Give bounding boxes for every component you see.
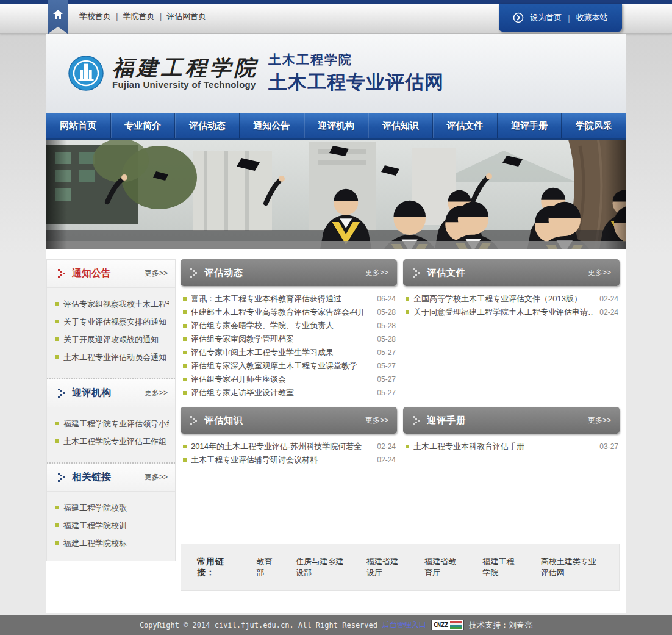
list-item[interactable]: 土木工程专业评估动员会通知: [55, 348, 169, 366]
bullet-icon: [183, 445, 187, 448]
item-date: 02-24: [599, 292, 618, 306]
item-date: 05-27: [377, 373, 396, 386]
list-item[interactable]: 关于开展迎评攻艰战的通知: [55, 331, 169, 348]
list-item[interactable]: 福建工程学院校歌: [55, 499, 169, 517]
list-item[interactable]: 土木工程学院专业评估工作组: [55, 432, 169, 450]
file-item[interactable]: 全国高等学校土木工程专业评估文件（2013版） 02-24: [406, 292, 618, 306]
bullet-icon: [183, 351, 187, 354]
link-school-home[interactable]: 学校首页: [74, 11, 116, 22]
list-item[interactable]: 福建工程学院专业评估领导小组: [55, 415, 169, 432]
sidebar-list: 福建工程学院专业评估领导小组 土木工程学院专业评估工作组: [47, 407, 175, 459]
panel-news: 评估动态 更多>> 喜讯：土木工程专业本科教育评估获得通过 06-24: [181, 259, 397, 407]
more-link[interactable]: 更多>>: [145, 472, 168, 483]
sidebar-section-title: 通知公告: [72, 267, 111, 280]
item-date: 05-28: [377, 306, 396, 319]
nav-item[interactable]: 网站首页: [46, 113, 110, 138]
news-item[interactable]: 评估组专家召开师生座谈会 05-27: [183, 373, 396, 386]
news-item[interactable]: 评估组专家走访毕业设计教室 05-27: [183, 386, 396, 400]
more-link[interactable]: 更多>>: [365, 268, 388, 278]
item-date: 05-28: [377, 319, 396, 332]
files-list: 全国高等学校土木工程专业评估文件（2013版） 02-24 关于同意受理福建工程…: [403, 286, 620, 319]
bullet-icon: [406, 297, 409, 301]
news-item[interactable]: 评估专家审阅土木工程专业学生学习成果 05-27: [183, 346, 396, 359]
bullet-icon: [183, 391, 187, 395]
bullet-icon: [183, 324, 187, 328]
bullet-icon: [55, 523, 59, 527]
panel-knowledge: 评估知识 更多>> 2014年的土木工程专业评估-苏州科技学院何若全 02-24: [181, 407, 397, 467]
quick-links-list: 教育部 住房与建乡建设部 福建省建设厅 福建省教育厅 福建工程学院 高校土建类专…: [236, 556, 603, 578]
handbook-list: 土木工程专业本科教育评估手册 03-27: [403, 434, 620, 453]
university-name-block: 福建工程学院 Fujian University of Technology: [112, 57, 259, 90]
panel-handbook: 迎评手册 更多>> 土木工程专业本科教育评估手册 03-27: [403, 407, 620, 467]
quick-link[interactable]: 高校土建类专业评估网: [541, 556, 603, 578]
item-date: 05-27: [377, 346, 396, 359]
sidebar-section-header: 迎评机构 更多>>: [47, 379, 175, 407]
sidebar-section-title: 相关链接: [72, 471, 111, 484]
bullet-icon: [55, 439, 59, 443]
pixel-chevron-icon: [413, 416, 421, 425]
file-item[interactable]: 关于同意受理福建工程学院土木工程专业评估申请… 02-24: [406, 306, 618, 319]
set-home-link[interactable]: 设为首页: [530, 12, 562, 23]
list-item[interactable]: 关于专业评估视察安排的通知: [55, 313, 169, 331]
copyright-text: CopyRight © 2014 civil.fjut.edu.cn. All …: [140, 621, 377, 630]
bullet-icon: [55, 302, 59, 306]
home-ribbon[interactable]: [48, 0, 68, 34]
news-item[interactable]: 喜讯：土木工程专业本科教育评估获得通过 06-24: [183, 292, 396, 306]
list-item[interactable]: 评估专家组视察我校土木工程专…: [55, 295, 169, 313]
site-title-block: 土木工程学院 土木工程专业评估网: [268, 51, 444, 95]
bullet-icon: [183, 458, 187, 462]
sidebar-list: 福建工程学院校歌 福建工程学院校训 福建工程学院校标: [47, 492, 175, 561]
nav-item[interactable]: 评估文件: [432, 113, 497, 138]
quick-link[interactable]: 住房与建乡建设部: [296, 556, 346, 578]
more-link[interactable]: 更多>>: [588, 268, 611, 278]
arrow-circle-icon: [513, 12, 524, 23]
knowledge-item[interactable]: 2014年的土木工程专业评估-苏州科技学院何若全 02-24: [183, 440, 396, 453]
content-area: 通知公告 更多>> 评估专家组视察我校土木工程专… 关于专业评估视察安排的通知 …: [46, 249, 626, 613]
more-link[interactable]: 更多>>: [145, 268, 168, 279]
knowledge-list: 2014年的土木工程专业评估-苏州科技学院何若全 02-24 土木工程专业评估辅…: [181, 434, 397, 467]
main-nav: 网站首页 专业简介 评估动态 通知公告 迎评机构 评估知识 评估文件 迎评手册 …: [46, 113, 626, 140]
quick-link[interactable]: 福建省教育厅: [424, 556, 462, 578]
top-links: 学校首页 | 学院首页 | 评估网首页: [74, 4, 211, 29]
sidebar-section-links: 相关链接 更多>> 福建工程学院校歌 福建工程学院校训 福建工程学院校标: [47, 462, 175, 561]
sidebar-section-orgs: 迎评机构 更多>> 福建工程学院专业评估领导小组 土木工程学院专业评估工作组: [47, 378, 175, 459]
pixel-chevron-icon: [58, 473, 66, 482]
news-item[interactable]: 评估组专家深入教室观摩土木工程专业课堂教学 05-27: [183, 359, 396, 373]
handbook-item[interactable]: 土木工程专业本科教育评估手册 03-27: [406, 440, 618, 453]
quick-link[interactable]: 教育部: [257, 556, 276, 578]
college-name: 土木工程学院: [268, 51, 444, 68]
item-date: 05-27: [377, 359, 396, 373]
knowledge-item[interactable]: 土木工程专业评估辅导研讨会议材料 02-24: [183, 453, 396, 467]
more-link[interactable]: 更多>>: [588, 415, 611, 426]
nav-item[interactable]: 学院风采: [561, 113, 626, 138]
quick-link[interactable]: 福建工程学院: [483, 556, 520, 578]
nav-item[interactable]: 迎评机构: [304, 113, 368, 138]
panel-files: 评估文件 更多>> 全国高等学校土木工程专业评估文件（2013版） 02-24: [403, 259, 620, 407]
nav-item[interactable]: 专业简介: [110, 113, 175, 138]
news-item[interactable]: 住建部土木工程专业高等教育评估专家告辞会召开 05-28: [183, 306, 396, 319]
nav-item[interactable]: 评估动态: [174, 113, 239, 138]
cnzz-counter-badge[interactable]: CNZZ: [431, 620, 464, 630]
news-item[interactable]: 评估组专家审阅教学管理档案 05-28: [183, 332, 396, 346]
bullet-icon: [183, 378, 187, 381]
nav-item[interactable]: 迎评手册: [497, 113, 562, 138]
link-college-home[interactable]: 学院首页: [118, 11, 160, 22]
list-item[interactable]: 福建工程学院校标: [55, 534, 169, 552]
panel-title: 评估知识: [204, 415, 243, 426]
news-item[interactable]: 评估组专家会晤学校、学院、专业负责人 05-28: [183, 319, 396, 332]
news-list: 喜讯：土木工程专业本科教育评估获得通过 06-24 住建部土木工程专业高等教育评…: [181, 286, 397, 400]
nav-item[interactable]: 通知公告: [239, 113, 304, 138]
sidebar-section-header: 相关链接 更多>>: [47, 464, 175, 492]
quick-link[interactable]: 福建省建设厅: [366, 556, 404, 578]
admin-entry-link[interactable]: 后台管理入口: [382, 620, 426, 630]
link-eval-home[interactable]: 评估网首页: [162, 11, 211, 22]
list-item[interactable]: 福建工程学院校训: [55, 517, 169, 534]
favorite-link[interactable]: 收藏本站: [576, 12, 608, 23]
more-link[interactable]: 更多>>: [365, 415, 388, 426]
tech-support-text: 技术支持：刘春亮: [469, 620, 532, 631]
bullet-icon: [55, 541, 59, 545]
panel-header: 迎评手册 更多>>: [403, 407, 620, 434]
pixel-chevron-icon: [190, 268, 198, 278]
nav-item[interactable]: 评估知识: [368, 113, 432, 138]
more-link[interactable]: 更多>>: [145, 388, 168, 398]
